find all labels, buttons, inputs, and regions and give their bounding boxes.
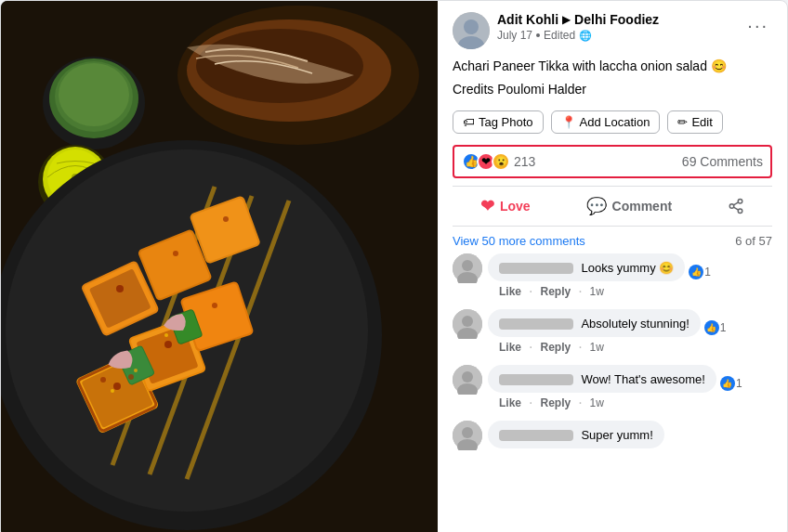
comment-item: Absolutely stunning! 👍 1 Like · Reply · … [453,309,772,356]
comment-actions: Like · Reply · 1w [488,339,772,356]
tag-photo-label: Tag Photo [479,115,533,129]
svg-point-45 [116,285,124,292]
post-text: Achari Paneer Tikka with laccha onion sa… [453,57,772,76]
comment-label: Comment [612,199,673,214]
love-icon: ❤ [480,196,494,216]
comment-bubble: Absolutely stunning! [488,309,701,337]
view-more-label[interactable]: View 50 more comments [453,234,585,248]
author-name[interactable]: Adit Kohli [497,12,558,27]
dot-separator: · [578,283,582,300]
post-header: Adit Kohli ▶ Delhi Foodiez July 17 Edite… [453,12,772,49]
post-actions: ❤ Love 💬 Comment [453,186,772,227]
comment-avatar [453,253,482,283]
mini-like-icon: 👍 [689,265,703,279]
comment-time: 1w [590,285,604,298]
svg-point-47 [223,216,229,222]
post-image [1,1,438,532]
comment-actions: Like · Reply · 1w [488,283,772,300]
comment-icon: 💬 [586,196,607,216]
comment-body: Super yumm! [488,421,772,448]
comment-bubble: Super yumm! [488,421,664,448]
comment-like-count: 1 [720,321,727,334]
comment-like-action[interactable]: Like [499,396,521,409]
svg-point-43 [164,341,172,348]
mini-like-icon: 👍 [720,376,735,391]
comment-like-count: 1 [704,266,711,279]
arrow-icon: ▶ [562,13,571,26]
comment-avatar [453,309,482,339]
comment-body: Absolutely stunning! 👍 1 Like · Reply · … [488,309,772,356]
svg-point-52 [464,19,479,34]
more-options-button[interactable]: ··· [743,12,772,38]
comment-time: 1w [590,341,604,354]
edited-icon: 🌐 [579,30,592,42]
comment-avatar [453,365,482,395]
svg-point-56 [738,209,742,214]
dot-separator: · [578,339,582,356]
love-button[interactable]: ❤ Love [466,190,545,222]
share-icon [728,198,744,214]
view-more-comments[interactable]: View 50 more comments 6 of 57 [453,234,772,248]
author-info: Adit Kohli ▶ Delhi Foodiez July 17 Edite… [453,12,659,49]
credits-text: Credits Poulomi Halder [453,80,772,99]
post-right: Adit Kohli ▶ Delhi Foodiez July 17 Edite… [438,1,787,532]
comment-time: 1w [590,396,604,409]
comments-count[interactable]: 69 Comments [682,154,763,169]
comment-like-action[interactable]: Like [499,285,521,298]
svg-point-55 [729,204,734,209]
comment-bubble: Wow! That's awesome! [488,365,716,393]
comment-item: Super yumm! [453,421,772,450]
svg-point-7 [59,63,129,126]
post-meta: July 17 Edited 🌐 [497,29,659,42]
pencil-icon: ✏ [677,115,688,129]
reaction-icons: 👍 ❤ 😮 [462,152,510,171]
svg-line-57 [733,207,738,210]
post-content: Achari Paneer Tikka with laccha onion sa… [453,57,772,99]
comment-text: Wow! That's awesome! [581,372,705,386]
comment-text: Absolutely stunning! [581,317,689,331]
comment-button[interactable]: 💬 Comment [571,190,688,222]
mini-like-icon: 👍 [704,320,719,335]
add-location-button[interactable]: 📍 Add Location [551,110,661,134]
svg-point-44 [212,303,217,308]
commenter-name-blur [499,374,573,385]
wow-reaction-icon: 😮 [492,152,510,171]
post-date: July 17 [497,29,532,42]
comment-like-count: 1 [736,377,742,390]
comment-like-action[interactable]: Like [499,341,521,354]
comment-body: Looks yummy 😊 👍 1 Like · Reply · 1w [488,253,772,300]
love-label: Love [500,199,531,214]
share-button[interactable] [713,192,759,220]
comment-reply-action[interactable]: Reply [540,341,571,354]
dot-separator: · [578,395,582,411]
svg-point-42 [100,377,106,383]
reactions-left: 👍 ❤ 😮 213 [462,152,535,171]
edit-label: Edit [691,115,712,129]
comment-body: Wow! That's awesome! 👍 1 Like · Reply · … [488,365,772,411]
svg-point-66 [462,371,473,383]
commenter-name-blur [499,318,573,330]
comment-bubble: Looks yummy 😊 [488,253,685,281]
svg-point-69 [462,427,473,438]
dot-separator: · [529,395,532,411]
commenter-name-blur [499,430,573,441]
group-name[interactable]: Delhi Foodiez [574,12,659,27]
author-name-line: Adit Kohli ▶ Delhi Foodiez [497,12,659,27]
svg-point-41 [128,374,134,380]
add-location-label: Add Location [580,115,650,129]
svg-point-50 [164,333,168,337]
svg-point-60 [462,260,473,271]
tag-photo-button[interactable]: 🏷 Tag Photo [453,110,544,134]
reactions-bar: 👍 ❤ 😮 213 69 Comments [453,145,772,178]
svg-point-63 [462,316,473,327]
reaction-count: 213 [514,154,535,169]
location-icon: 📍 [561,115,576,129]
dot-separator: · [529,339,532,356]
author-details: Adit Kohli ▶ Delhi Foodiez July 17 Edite… [497,12,659,42]
edit-button[interactable]: ✏ Edit [667,110,722,134]
comment-reply-action[interactable]: Reply [540,285,571,298]
post-edited: Edited [544,29,575,42]
comment-reply-action[interactable]: Reply [540,396,571,409]
svg-point-46 [173,251,178,256]
avatar [453,12,490,49]
